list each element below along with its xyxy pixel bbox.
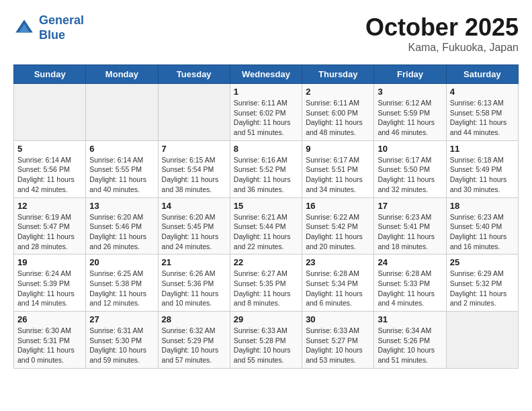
- day-number: 30: [306, 314, 370, 324]
- day-info: Sunrise: 6:14 AM Sunset: 5:55 PM Dayligh…: [89, 155, 154, 195]
- calendar-table: SundayMondayTuesdayWednesdayThursdayFrid…: [13, 64, 519, 369]
- day-number: 24: [378, 257, 442, 267]
- calendar-cell: 10Sunrise: 6:17 AM Sunset: 5:50 PM Dayli…: [374, 140, 446, 197]
- day-number: 31: [378, 314, 442, 324]
- day-info: Sunrise: 6:11 AM Sunset: 6:00 PM Dayligh…: [306, 98, 370, 138]
- calendar-cell: 8Sunrise: 6:16 AM Sunset: 5:52 PM Daylig…: [230, 140, 302, 197]
- calendar-cell: 26Sunrise: 6:30 AM Sunset: 5:31 PM Dayli…: [14, 312, 86, 369]
- day-number: 2: [306, 87, 370, 97]
- day-number: 10: [378, 144, 442, 154]
- day-number: 3: [378, 87, 442, 97]
- logo: General Blue: [13, 13, 84, 42]
- weekday-header-friday: Friday: [374, 65, 446, 84]
- calendar-cell: 30Sunrise: 6:33 AM Sunset: 5:27 PM Dayli…: [302, 312, 374, 369]
- day-number: 11: [450, 144, 515, 154]
- day-info: Sunrise: 6:24 AM Sunset: 5:39 PM Dayligh…: [17, 269, 82, 308]
- day-info: Sunrise: 6:23 AM Sunset: 5:41 PM Dayligh…: [378, 212, 442, 252]
- day-info: Sunrise: 6:33 AM Sunset: 5:28 PM Dayligh…: [234, 326, 298, 365]
- logo-icon: [13, 17, 35, 39]
- day-info: Sunrise: 6:28 AM Sunset: 5:33 PM Dayligh…: [378, 269, 442, 308]
- day-number: 1: [234, 87, 298, 97]
- day-info: Sunrise: 6:28 AM Sunset: 5:34 PM Dayligh…: [306, 269, 370, 308]
- day-number: 4: [450, 87, 515, 97]
- calendar-cell: 4Sunrise: 6:13 AM Sunset: 5:58 PM Daylig…: [446, 84, 518, 141]
- day-number: 12: [17, 201, 82, 211]
- day-number: 20: [89, 257, 154, 267]
- weekday-header-tuesday: Tuesday: [158, 65, 230, 84]
- calendar-cell: 9Sunrise: 6:17 AM Sunset: 5:51 PM Daylig…: [302, 140, 374, 197]
- week-row-4: 19Sunrise: 6:24 AM Sunset: 5:39 PM Dayli…: [14, 255, 519, 312]
- calendar-cell: [446, 312, 518, 369]
- day-number: 14: [162, 201, 226, 211]
- day-info: Sunrise: 6:25 AM Sunset: 5:38 PM Dayligh…: [89, 269, 154, 308]
- day-info: Sunrise: 6:13 AM Sunset: 5:58 PM Dayligh…: [450, 98, 515, 138]
- day-number: 17: [378, 201, 442, 211]
- day-number: 7: [162, 144, 226, 154]
- day-info: Sunrise: 6:15 AM Sunset: 5:54 PM Dayligh…: [162, 155, 226, 195]
- calendar-cell: [158, 84, 230, 141]
- calendar-cell: 24Sunrise: 6:28 AM Sunset: 5:33 PM Dayli…: [374, 255, 446, 312]
- weekday-header-monday: Monday: [86, 65, 158, 84]
- calendar-cell: [86, 84, 158, 141]
- location-title: Kama, Fukuoka, Japan: [365, 42, 519, 54]
- day-number: 25: [450, 257, 515, 267]
- calendar-cell: 22Sunrise: 6:27 AM Sunset: 5:35 PM Dayli…: [230, 255, 302, 312]
- day-number: 26: [17, 314, 82, 324]
- calendar-cell: 16Sunrise: 6:22 AM Sunset: 5:42 PM Dayli…: [302, 197, 374, 255]
- day-info: Sunrise: 6:34 AM Sunset: 5:26 PM Dayligh…: [378, 326, 442, 365]
- day-number: 23: [306, 257, 370, 267]
- weekday-header-saturday: Saturday: [446, 65, 518, 84]
- day-info: Sunrise: 6:16 AM Sunset: 5:52 PM Dayligh…: [234, 155, 298, 195]
- day-info: Sunrise: 6:19 AM Sunset: 5:47 PM Dayligh…: [17, 212, 82, 252]
- day-info: Sunrise: 6:30 AM Sunset: 5:31 PM Dayligh…: [17, 326, 82, 365]
- day-number: 22: [234, 257, 298, 267]
- week-row-1: 1Sunrise: 6:11 AM Sunset: 6:02 PM Daylig…: [14, 84, 519, 141]
- week-row-3: 12Sunrise: 6:19 AM Sunset: 5:47 PM Dayli…: [14, 197, 519, 255]
- calendar-cell: 21Sunrise: 6:26 AM Sunset: 5:36 PM Dayli…: [158, 255, 230, 312]
- day-info: Sunrise: 6:31 AM Sunset: 5:30 PM Dayligh…: [89, 326, 154, 365]
- calendar-cell: 23Sunrise: 6:28 AM Sunset: 5:34 PM Dayli…: [302, 255, 374, 312]
- calendar-cell: 14Sunrise: 6:20 AM Sunset: 5:45 PM Dayli…: [158, 197, 230, 255]
- day-info: Sunrise: 6:18 AM Sunset: 5:49 PM Dayligh…: [450, 155, 515, 195]
- day-info: Sunrise: 6:32 AM Sunset: 5:29 PM Dayligh…: [162, 326, 226, 365]
- calendar-cell: 13Sunrise: 6:20 AM Sunset: 5:46 PM Dayli…: [86, 197, 158, 255]
- calendar-cell: [14, 84, 86, 141]
- calendar-cell: 5Sunrise: 6:14 AM Sunset: 5:56 PM Daylig…: [14, 140, 86, 197]
- calendar-cell: 12Sunrise: 6:19 AM Sunset: 5:47 PM Dayli…: [14, 197, 86, 255]
- weekday-header-sunday: Sunday: [14, 65, 86, 84]
- day-info: Sunrise: 6:17 AM Sunset: 5:50 PM Dayligh…: [378, 155, 442, 195]
- day-number: 27: [89, 314, 154, 324]
- weekday-header-thursday: Thursday: [302, 65, 374, 84]
- day-number: 18: [450, 201, 515, 211]
- day-number: 19: [17, 257, 82, 267]
- day-number: 29: [234, 314, 298, 324]
- day-info: Sunrise: 6:17 AM Sunset: 5:51 PM Dayligh…: [306, 155, 370, 195]
- calendar-cell: 19Sunrise: 6:24 AM Sunset: 5:39 PM Dayli…: [14, 255, 86, 312]
- day-number: 9: [306, 144, 370, 154]
- day-info: Sunrise: 6:14 AM Sunset: 5:56 PM Dayligh…: [17, 155, 82, 195]
- calendar-cell: 29Sunrise: 6:33 AM Sunset: 5:28 PM Dayli…: [230, 312, 302, 369]
- weekday-header-wednesday: Wednesday: [230, 65, 302, 84]
- calendar-cell: 27Sunrise: 6:31 AM Sunset: 5:30 PM Dayli…: [86, 312, 158, 369]
- day-info: Sunrise: 6:20 AM Sunset: 5:45 PM Dayligh…: [162, 212, 226, 252]
- calendar-cell: 2Sunrise: 6:11 AM Sunset: 6:00 PM Daylig…: [302, 84, 374, 141]
- calendar-cell: 1Sunrise: 6:11 AM Sunset: 6:02 PM Daylig…: [230, 84, 302, 141]
- calendar-cell: 28Sunrise: 6:32 AM Sunset: 5:29 PM Dayli…: [158, 312, 230, 369]
- day-number: 16: [306, 201, 370, 211]
- day-number: 21: [162, 257, 226, 267]
- week-row-5: 26Sunrise: 6:30 AM Sunset: 5:31 PM Dayli…: [14, 312, 519, 369]
- day-info: Sunrise: 6:23 AM Sunset: 5:40 PM Dayligh…: [450, 212, 515, 252]
- day-info: Sunrise: 6:33 AM Sunset: 5:27 PM Dayligh…: [306, 326, 370, 365]
- calendar-cell: 25Sunrise: 6:29 AM Sunset: 5:32 PM Dayli…: [446, 255, 518, 312]
- day-info: Sunrise: 6:12 AM Sunset: 5:59 PM Dayligh…: [378, 98, 442, 138]
- day-number: 15: [234, 201, 298, 211]
- day-info: Sunrise: 6:11 AM Sunset: 6:02 PM Dayligh…: [234, 98, 298, 138]
- title-area: October 2025 Kama, Fukuoka, Japan: [365, 13, 519, 54]
- month-title: October 2025: [365, 13, 519, 42]
- calendar-cell: 3Sunrise: 6:12 AM Sunset: 5:59 PM Daylig…: [374, 84, 446, 141]
- day-info: Sunrise: 6:22 AM Sunset: 5:42 PM Dayligh…: [306, 212, 370, 252]
- calendar-cell: 11Sunrise: 6:18 AM Sunset: 5:49 PM Dayli…: [446, 140, 518, 197]
- weekday-header-row: SundayMondayTuesdayWednesdayThursdayFrid…: [14, 65, 519, 84]
- calendar-cell: 6Sunrise: 6:14 AM Sunset: 5:55 PM Daylig…: [86, 140, 158, 197]
- calendar-cell: 7Sunrise: 6:15 AM Sunset: 5:54 PM Daylig…: [158, 140, 230, 197]
